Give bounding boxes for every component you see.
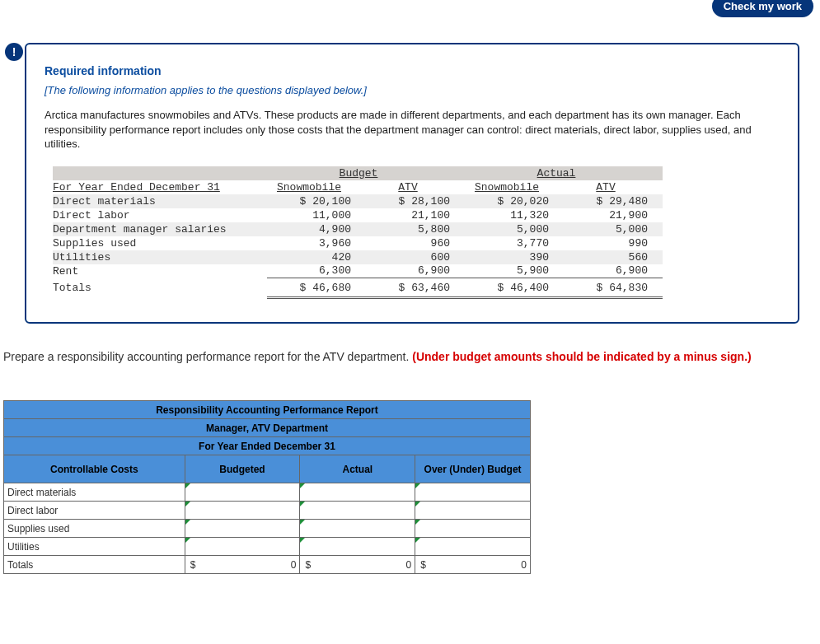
col-snow-budget: Snowmobile <box>267 180 366 194</box>
cell: 3,770 <box>465 236 564 250</box>
input-su-actual[interactable] <box>300 520 415 538</box>
exclamation-badge: ! <box>5 43 23 61</box>
cell: 390 <box>465 250 564 264</box>
actual-header: Actual <box>537 167 576 180</box>
row-label: Direct materials <box>53 194 267 208</box>
cell: 11,000 <box>267 208 366 222</box>
row-supplies-used: Supplies used <box>4 520 185 538</box>
cell: 420 <box>267 250 366 264</box>
cell: 6,900 <box>366 264 465 278</box>
col-snow-actual: Snowmobile <box>465 180 564 194</box>
answer-table-container: Responsibility Accounting Performance Re… <box>3 400 531 574</box>
cell: $ 20,100 <box>267 194 366 208</box>
cell: $ 29,480 <box>564 194 663 208</box>
cell: 21,900 <box>564 208 663 222</box>
input-dm-actual[interactable] <box>300 483 415 502</box>
cell: 600 <box>366 250 465 264</box>
col-budgeted: Budgeted <box>185 455 300 483</box>
input-dl-actual[interactable] <box>300 502 415 520</box>
input-dl-over[interactable] <box>415 502 531 520</box>
col-controllable-costs: Controllable Costs <box>4 455 185 483</box>
input-ut-actual[interactable] <box>300 538 415 556</box>
total-actual-cell: $0 <box>300 556 415 574</box>
col-actual: Actual <box>300 455 415 483</box>
cell: 5,900 <box>465 264 564 278</box>
cell: 960 <box>366 236 465 250</box>
cell: 5,000 <box>564 222 663 236</box>
total-cell: $ 63,460 <box>366 278 465 298</box>
required-info-title: Required information <box>45 64 780 77</box>
cell: 990 <box>564 236 663 250</box>
cell: 4,900 <box>267 222 366 236</box>
col-atv-actual: ATV <box>564 180 663 194</box>
total-cell: $ 46,680 <box>267 278 366 298</box>
row-label: Department manager salaries <box>53 222 267 236</box>
cell: 6,900 <box>564 264 663 278</box>
cell: 6,300 <box>267 264 366 278</box>
report-title-2: Manager, ATV Department <box>4 419 531 437</box>
input-dl-budgeted[interactable] <box>185 502 300 520</box>
input-dm-budgeted[interactable] <box>185 483 300 502</box>
col-over-under: Over (Under) Budget <box>415 455 531 483</box>
col-atv-budget: ATV <box>366 180 465 194</box>
instruction-main: Prepare a responsibility accounting perf… <box>3 350 412 363</box>
cell: $ 28,100 <box>366 194 465 208</box>
total-budgeted-cell: $0 <box>185 556 300 574</box>
report-title-1: Responsibility Accounting Performance Re… <box>4 401 531 419</box>
scenario-text: Arctica manufactures snowmobiles and ATV… <box>45 108 780 152</box>
row-label: Direct labor <box>53 208 267 222</box>
row-direct-materials: Direct materials <box>4 483 185 502</box>
cell: 5,800 <box>366 222 465 236</box>
input-ut-over[interactable] <box>415 538 531 556</box>
cell: 3,960 <box>267 236 366 250</box>
row-label: Supplies used <box>53 236 267 250</box>
total-over-cell: $0 <box>415 556 531 574</box>
cell: 21,100 <box>366 208 465 222</box>
cell: 11,320 <box>465 208 564 222</box>
budget-header: Budget <box>340 167 378 180</box>
check-my-work-button[interactable]: Check my work <box>712 0 813 17</box>
cell: 5,000 <box>465 222 564 236</box>
input-dm-over[interactable] <box>415 483 531 502</box>
input-ut-budgeted[interactable] <box>185 538 300 556</box>
report-title-3: For Year Ended December 31 <box>4 437 531 455</box>
total-cell: $ 64,830 <box>564 278 663 298</box>
applies-note: [The following information applies to th… <box>45 84 780 96</box>
info-card: Required information [The following info… <box>25 43 799 324</box>
row-label: Utilities <box>53 250 267 264</box>
instruction-red: (Under budget amounts should be indicate… <box>412 350 751 363</box>
row-utilities: Utilities <box>4 538 185 556</box>
row-totals: Totals <box>4 556 185 574</box>
row-direct-labor: Direct labor <box>4 502 185 520</box>
instruction-text: Prepare a responsibility accounting perf… <box>3 349 811 364</box>
cell: $ 20,020 <box>465 194 564 208</box>
cell: 560 <box>564 250 663 264</box>
row-label: Rent <box>53 264 267 278</box>
input-su-over[interactable] <box>415 520 531 538</box>
answer-table: Responsibility Accounting Performance Re… <box>3 400 531 574</box>
budget-actual-table: Budget Actual For Year Ended December 31… <box>53 166 663 300</box>
total-cell: $ 46,400 <box>465 278 564 298</box>
period-label: For Year Ended December 31 <box>53 180 267 194</box>
totals-label: Totals <box>53 278 267 298</box>
input-su-budgeted[interactable] <box>185 520 300 538</box>
